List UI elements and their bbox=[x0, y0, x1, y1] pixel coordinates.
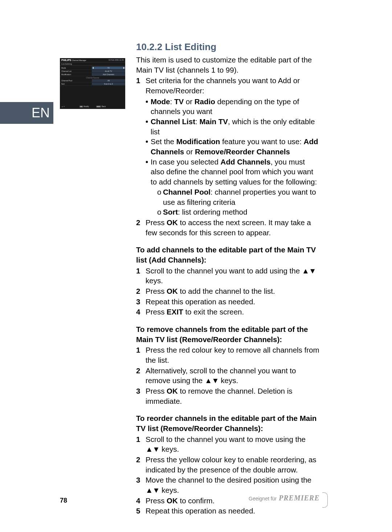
bullet-item: Set the Modification feature you want to… bbox=[146, 137, 319, 157]
language-tab: EN bbox=[0, 102, 53, 124]
ss-footer: ▲▼ OK Modify EXIT Back bbox=[60, 105, 125, 108]
step-item: 3 Repeat this operation as needed. bbox=[136, 297, 319, 307]
body-content: 10.2.2 List Editing This item is used to… bbox=[136, 41, 319, 516]
ss-section-header: Channel Source bbox=[60, 76, 125, 79]
arrow-keys-icon: ▲▼ bbox=[146, 485, 160, 495]
ss-row-value: TV bbox=[92, 66, 125, 70]
premiere-logo: PREMIERE bbox=[279, 494, 319, 502]
section-heading: 10.2.2 List Editing bbox=[136, 41, 319, 53]
arrow-keys-icon: ▲▼ bbox=[205, 375, 219, 386]
ss-row-value: ALLE TV bbox=[92, 70, 125, 73]
subsection-heading: To reorder channels in the editable part… bbox=[136, 413, 319, 433]
step-item: 1 Set criteria for the channels you want… bbox=[136, 76, 319, 217]
step-item: 2 Alternatively, scroll to the channel y… bbox=[136, 366, 319, 386]
ss-footer-key: OK Modify bbox=[79, 105, 89, 107]
step-item: 5 Repeat this operation as needed. bbox=[136, 506, 319, 516]
step-item: 2 Press the yellow colour key to enable … bbox=[136, 455, 319, 475]
bullet-item: In case you selected Add Channels, you m… bbox=[146, 157, 319, 217]
ss-header-sub: Channel Manager bbox=[72, 59, 86, 61]
footer-text: Geeignet für bbox=[249, 496, 277, 501]
subsection-heading: To add channels to the editable part of … bbox=[136, 245, 319, 265]
step-item: 2 Press OK to add the channel to the lis… bbox=[136, 286, 319, 296]
ss-row-label: Modification bbox=[60, 73, 92, 76]
step-item: 4 Press EXIT to exit the screen. bbox=[136, 307, 319, 317]
step-item: 1 Scroll to the channel you want to move… bbox=[136, 434, 319, 454]
bullet-item: Mode: TV or Radio depending on the type … bbox=[146, 97, 319, 117]
step-item: 1 Press the red colour key to remove all… bbox=[136, 345, 319, 365]
page-number: 78 bbox=[60, 497, 67, 504]
ss-footer-key: EXIT Back bbox=[96, 105, 106, 107]
ss-row-label: Channel List bbox=[60, 70, 92, 73]
footer-branding: Geeignet für PREMIERE bbox=[249, 494, 321, 507]
tv-screenshot: PHILIPS Channel Manager 03 Feb 2006 12:3… bbox=[60, 58, 125, 109]
bullet-item: Channel List: Main TV, which is the only… bbox=[146, 117, 319, 137]
ss-footer-arrows: ▲▼ bbox=[61, 105, 65, 107]
arrow-keys-icon: ▲▼ bbox=[146, 444, 160, 454]
arrow-keys-icon: ▲▼ bbox=[302, 266, 316, 276]
ss-row-label: Mode bbox=[60, 66, 92, 70]
subbullet-item: Sort: list ordering method bbox=[157, 207, 319, 217]
subsection-heading: To remove channels from the editable par… bbox=[136, 324, 319, 344]
ss-row-label: Sort bbox=[60, 82, 92, 86]
ss-datetime: 03 Feb 2006 12:39 bbox=[109, 59, 124, 61]
ss-row-value: from A to Z bbox=[92, 82, 125, 86]
step-item: 2 Press OK to access the next screen. It… bbox=[136, 218, 319, 237]
bracket-decoration bbox=[322, 492, 328, 508]
ss-row-value: All bbox=[92, 79, 125, 82]
subbullet-item: Channel Pool: channel properties you wan… bbox=[157, 187, 319, 207]
step-item: 3 Move the channel to the desired positi… bbox=[136, 475, 319, 495]
ss-row-label: Channel Pool bbox=[60, 79, 92, 82]
step-item: 1 Scroll to the channel you want to add … bbox=[136, 266, 319, 286]
step-item: 3 Press OK to remove the channel. Deleti… bbox=[136, 386, 319, 406]
ss-brand: PHILIPS bbox=[61, 59, 71, 61]
ss-row-value: Add Channels bbox=[92, 73, 125, 76]
intro-text: This item is used to customize the edita… bbox=[136, 55, 319, 75]
ss-title: List Editing bbox=[60, 62, 125, 66]
